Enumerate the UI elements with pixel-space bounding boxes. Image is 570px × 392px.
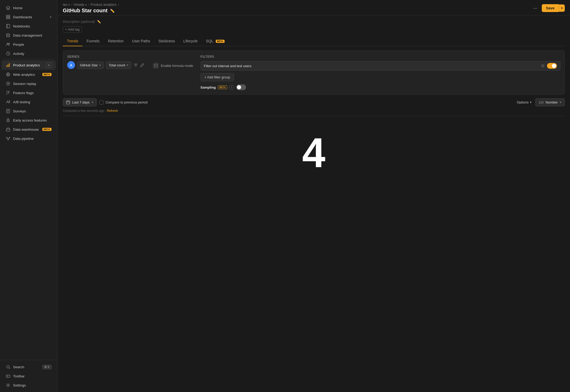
data-warehouse-beta-badge: BETA [42,128,52,131]
sidebar-item-session-replay[interactable]: Session replay [2,79,56,88]
options-button[interactable]: Options ▾ [516,99,533,106]
rocket-icon [6,118,10,123]
sidebar-item-data-pipeline[interactable]: Data pipeline [2,134,56,143]
series-letter: A [67,61,75,69]
pencil-icon[interactable] [140,63,144,67]
sidebar-item-product-analytics[interactable]: Product analytics + [2,60,56,70]
series-event-dropdown[interactable]: GitHub Star ▾ [77,61,104,69]
tab-retention[interactable]: Retention [104,36,128,46]
breadcrumb-howdy[interactable]: Howdy ▾ [74,3,86,7]
page-header: Ian ▾ / Howdy ▾ / Product analytics / Gi… [58,0,570,15]
svg-rect-11 [8,64,8,67]
edit-description-icon[interactable]: ✏️ [97,20,101,24]
series-section: Series A GitHub Star ▾ Total count ▾ [67,55,146,90]
refresh-link[interactable]: Refresh [107,109,118,113]
tab-trends[interactable]: Trends [63,36,82,46]
filter-gear-icon[interactable] [541,64,545,68]
date-range-dropdown[interactable]: Last 7 days ▾ [63,98,97,106]
sidebar-item-settings-label: Settings [13,383,26,387]
header-right: ··· Save ▾ [531,4,565,12]
sidebar-item-home[interactable]: Home [2,3,56,12]
breadcrumb-ian[interactable]: Ian ▾ [63,3,70,7]
svg-point-6 [7,34,10,35]
number-arrow-icon: ▾ [560,101,561,104]
save-dropdown-button[interactable]: ▾ [559,4,565,12]
sampling-info-icon[interactable]: i [229,85,234,90]
sampling-toggle[interactable] [236,84,246,90]
sidebar-item-search[interactable]: Search ⌘ K [2,362,56,371]
sidebar-item-data-management[interactable]: Data management [2,31,56,40]
sidebar-item-search-label: Search [13,365,24,369]
compare-checkbox[interactable] [99,100,104,105]
series-row: A GitHub Star ▾ Total count ▾ [67,61,146,69]
sidebar-item-toolbar[interactable]: Toolbar [2,372,56,381]
more-options-button[interactable]: ··· [531,4,539,12]
panel-row: Series A GitHub Star ▾ Total count ▾ [67,55,560,90]
sidebar-item-dashboards-label: Dashboards [13,15,47,19]
main-content: Ian ▾ / Howdy ▾ / Product analytics / Gi… [58,0,570,392]
filter-lines-icon[interactable] [133,63,138,67]
tab-funnels[interactable]: Funnels [82,36,104,46]
breadcrumb-product-analytics[interactable]: Product analytics [90,3,116,7]
total-count-arrow-icon: ▾ [127,64,128,67]
sidebar-item-web-analytics[interactable]: Web analytics BETA [2,70,56,79]
total-count-dropdown[interactable]: Total count ▾ [106,61,131,69]
formula-section: Filters Enable formula mode [152,55,194,90]
tab-stickiness[interactable]: Stickiness [154,36,179,46]
svg-point-8 [9,43,10,44]
compare-to-previous-label[interactable]: Compare to previous period [99,100,147,105]
svg-point-34 [7,365,9,368]
product-analytics-plus-btn[interactable]: + [46,62,52,68]
enable-formula-mode-button[interactable]: Enable formula mode [152,61,194,70]
computed-text: Computed a few seconds ago [63,109,104,113]
sidebar-item-feature-flags[interactable]: Feature flags [2,88,56,97]
sidebar-item-web-analytics-label: Web analytics [13,73,40,77]
sidebar-item-data-pipeline-label: Data pipeline [13,137,52,141]
tab-sql[interactable]: SQL BETA [202,36,229,46]
svg-rect-0 [6,15,8,17]
sidebar-item-people[interactable]: People [2,40,56,49]
tab-lifecycle[interactable]: Lifecycle [179,36,202,46]
number-dropdown[interactable]: 123 Number ▾ [535,98,565,106]
gear-icon [6,383,10,388]
series-filters-panel: Series A GitHub Star ▾ Total count ▾ [63,50,565,95]
sidebar-item-settings[interactable]: Settings [2,381,56,390]
sidebar-item-notebooks[interactable]: Notebooks [2,22,56,31]
filter-bar-right [541,63,557,69]
sidebar-bottom: Search ⌘ K Toolbar Setting [0,360,57,392]
sidebar-item-surveys[interactable]: Surveys [2,107,56,116]
sidebar-item-home-label: Home [13,6,52,10]
sidebar-item-early-access[interactable]: Early access features [2,116,56,125]
sidebar-item-ab-testing-label: A/B testing [13,100,52,104]
warehouse-icon [6,127,10,132]
sidebar-item-dashboards[interactable]: Dashboards ▾ [2,13,56,21]
sidebar-item-product-analytics-label: Product analytics [13,63,44,67]
svg-rect-3 [8,17,10,19]
filter-bar: Filter out internal and test users [201,61,560,71]
add-filter-group-button[interactable]: + Add filter group [201,73,234,81]
tab-user-paths[interactable]: User Paths [128,36,154,46]
svg-line-20 [8,101,9,103]
options-arrow-icon: ▾ [530,101,532,104]
sidebar-item-surveys-label: Surveys [13,109,52,113]
svg-rect-2 [6,17,8,19]
page-title-row: GitHub Star count ✏️ [63,8,119,14]
svg-line-32 [7,138,8,139]
save-button[interactable]: Save [542,4,559,12]
sql-beta-badge: BETA [216,40,225,43]
sidebar-item-activity-label: Activity [13,52,52,56]
sidebar-item-ab-testing[interactable]: A/B testing [2,97,56,106]
description-placeholder[interactable]: Description (optional) [63,20,95,24]
svg-rect-10 [6,65,7,67]
big-number-display: 4 [63,116,565,189]
sidebar-item-data-warehouse[interactable]: Data warehouse BETA [2,125,56,134]
result-value: 4 [302,132,326,174]
sidebar-item-activity[interactable]: Activity [2,49,56,58]
sidebar-item-feature-flags-label: Feature flags [13,91,52,95]
edit-title-icon[interactable]: ✏️ [110,9,115,13]
filter-toggle[interactable] [547,63,557,69]
series-event-arrow-icon: ▾ [99,64,101,67]
description-row: Description (optional) ✏️ [63,20,565,24]
add-tag-button[interactable]: + Add tag [63,26,82,33]
filters-section: Filters Filter out internal and test use… [201,55,560,90]
